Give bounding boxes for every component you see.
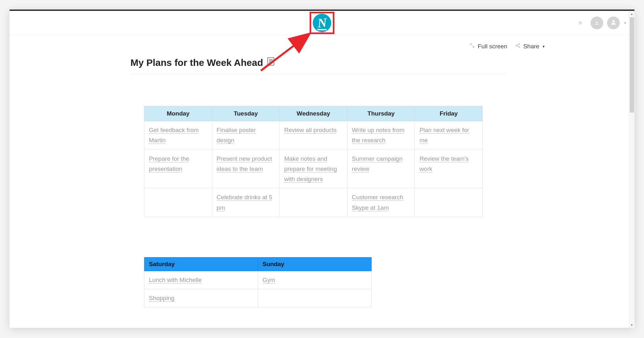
title-row: My Plans for the Week Ahead xyxy=(130,53,506,74)
col-header: Tuesday xyxy=(212,106,280,121)
table-row: Lunch with Michelle Gym xyxy=(144,271,372,289)
fullscreen-button[interactable]: Full screen xyxy=(469,43,507,50)
weekend-header-row: Saturday Sunday xyxy=(144,257,372,271)
fullscreen-icon xyxy=(469,43,475,50)
task-link[interactable]: Review the team's work xyxy=(419,155,469,173)
col-header: Sunday xyxy=(258,257,372,271)
table-row: Celebrate drinks at 5 pm Customer resear… xyxy=(144,188,483,217)
page-title: My Plans for the Week Ahead xyxy=(130,57,263,68)
table-row: Shopping xyxy=(144,289,372,307)
download-icon xyxy=(594,19,600,27)
empty-cell xyxy=(258,289,372,307)
task-link[interactable]: Celebrate drinks at 5 pm xyxy=(217,194,272,211)
task-link[interactable]: Make notes and prepare for meeting with … xyxy=(284,155,337,183)
theme-toggle-button[interactable]: ☀ xyxy=(574,17,587,29)
chevron-down-icon: ▼ xyxy=(542,45,545,48)
empty-cell xyxy=(280,188,347,217)
svg-point-3 xyxy=(516,45,517,46)
task-link[interactable]: Review all products xyxy=(284,127,337,134)
tables-container: Monday Tuesday Wednesday Thursday Friday… xyxy=(144,106,615,308)
task-link[interactable]: Shopping xyxy=(149,295,174,302)
task-link[interactable]: Summer campaign review xyxy=(352,155,402,173)
task-link[interactable]: Present new product ideas to the team xyxy=(217,155,272,173)
task-link[interactable]: Lunch with Michelle xyxy=(149,277,202,284)
user-menu-button[interactable] xyxy=(607,17,620,29)
app-window: N ☀ ▼ xyxy=(10,10,634,328)
task-link[interactable]: Plan next week for me xyxy=(419,127,469,144)
logo-underline xyxy=(317,29,327,30)
page-toolbar: Full screen Share ▼ xyxy=(29,35,615,53)
task-link[interactable]: Prepare for the presentation xyxy=(149,155,189,173)
empty-cell xyxy=(144,188,212,217)
col-header: Thursday xyxy=(347,106,415,121)
svg-point-4 xyxy=(519,43,520,45)
logo-letter: N xyxy=(317,15,327,31)
table-row: Prepare for the presentation Present new… xyxy=(144,150,483,188)
document-icon xyxy=(267,57,275,68)
sun-icon: ☀ xyxy=(578,19,583,27)
vertical-scrollbar[interactable]: ▲ ▼ xyxy=(629,11,634,328)
svg-rect-6 xyxy=(268,58,274,65)
task-link[interactable]: Gym xyxy=(262,277,275,284)
share-button[interactable]: Share ▼ xyxy=(515,43,545,50)
task-link[interactable]: Customer research Skype at 1am xyxy=(352,194,403,211)
download-button[interactable] xyxy=(591,17,603,29)
col-header: Friday xyxy=(415,106,483,121)
empty-cell xyxy=(415,188,483,217)
user-icon xyxy=(610,19,617,27)
col-header: Monday xyxy=(144,106,212,121)
app-logo[interactable]: N xyxy=(313,14,331,32)
scroll-thumb[interactable] xyxy=(630,17,634,113)
col-header: Saturday xyxy=(144,257,258,271)
task-link[interactable]: Get feedback from Martin xyxy=(149,127,199,144)
scroll-up-arrow[interactable]: ▲ xyxy=(629,11,634,17)
fullscreen-label: Full screen xyxy=(478,43,507,50)
col-header: Wednesday xyxy=(280,106,347,121)
share-label: Share xyxy=(523,43,539,50)
weekday-header-row: Monday Tuesday Wednesday Thursday Friday xyxy=(144,106,483,121)
header-bar: N ☀ ▼ xyxy=(10,11,634,35)
weekend-table: Saturday Sunday Lunch with Michelle Gym … xyxy=(144,257,372,308)
svg-point-0 xyxy=(612,20,615,22)
task-link[interactable]: Finalise poster design xyxy=(217,127,256,144)
weekday-table: Monday Tuesday Wednesday Thursday Friday… xyxy=(144,106,483,217)
user-dropdown-caret[interactable]: ▼ xyxy=(624,21,627,25)
table-row: Get feedback from Martin Finalise poster… xyxy=(144,121,483,150)
share-icon xyxy=(515,43,521,50)
scroll-down-arrow[interactable]: ▼ xyxy=(629,322,634,328)
logo-highlight-box: N xyxy=(310,12,334,34)
content-area: Full screen Share ▼ My Plans for the Wee… xyxy=(10,35,634,308)
task-link[interactable]: Write up notes from the research xyxy=(352,127,404,144)
svg-point-5 xyxy=(519,46,520,48)
header-actions: ☀ ▼ xyxy=(574,17,627,29)
